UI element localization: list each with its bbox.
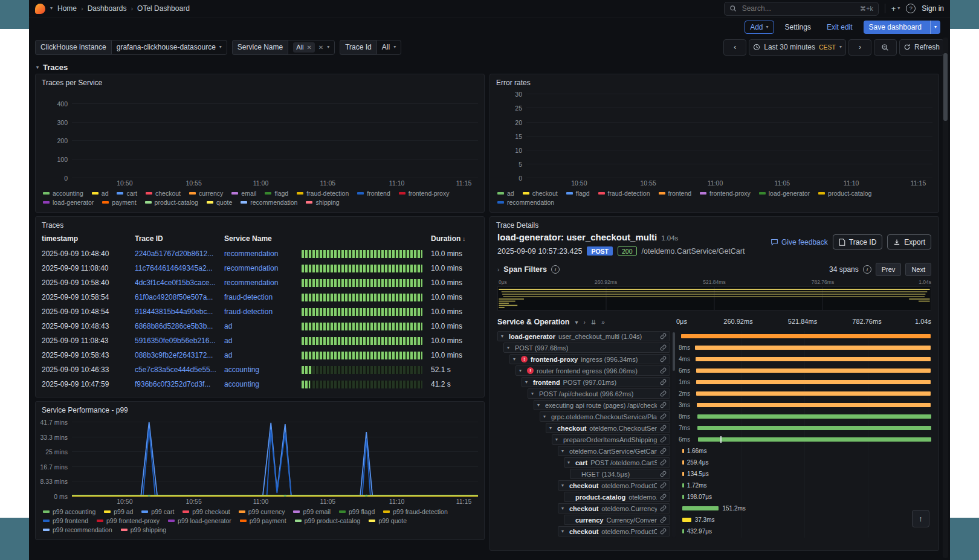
expand-one-icon[interactable]: ›	[584, 319, 586, 326]
col-service-name[interactable]: Service Name	[224, 234, 298, 243]
chevron-down-icon[interactable]: ▾	[543, 414, 548, 419]
chevron-down-icon[interactable]: ▾	[567, 460, 572, 465]
trace-minimap[interactable]	[497, 286, 931, 311]
span-bar-row[interactable]: 134.5μs	[677, 469, 931, 479]
trace-id-link[interactable]: c5e7c83a5ce444d5e55...	[135, 365, 221, 374]
link-icon[interactable]	[660, 402, 667, 408]
legend-item[interactable]: p99 product-catalog	[295, 517, 361, 524]
legend-item[interactable]: p99 currency	[239, 508, 285, 515]
trace-id-link[interactable]: 088b3c9fb2ef2643172...	[135, 351, 221, 359]
span-bar-row[interactable]: 2ms	[677, 388, 931, 399]
span-row[interactable]: ▾load-generatoruser_checkout_multi (1.04…	[497, 331, 670, 341]
table-row[interactable]: 2025-09-09 10:58:43088b3c9fb2ef2643172..…	[42, 348, 478, 362]
legend-item[interactable]: ad	[92, 190, 109, 197]
clear-icon[interactable]: ✕	[318, 44, 323, 51]
span-bar-row[interactable]: 8ms	[677, 411, 931, 422]
scroll-to-top-button[interactable]: ↑	[912, 510, 929, 527]
chevron-down-icon[interactable]: ▾	[501, 333, 506, 339]
span-bar-row[interactable]: 6ms	[677, 365, 931, 376]
help-icon[interactable]: ?	[906, 4, 916, 13]
table-row[interactable]: 2025-09-09 10:48:402240a51767d20b8612...…	[42, 246, 478, 261]
service-name-link[interactable]: ad	[224, 336, 298, 345]
service-name-link[interactable]: recommendation	[224, 264, 298, 272]
legend-item[interactable]: load-generator	[43, 199, 94, 206]
remove-icon[interactable]: ✕	[306, 44, 311, 51]
col-trace-id[interactable]: Trace ID	[135, 234, 221, 243]
legend-item[interactable]: p99 load-generator	[168, 517, 231, 524]
span-bar-row[interactable]: 432.97μs	[677, 526, 931, 536]
span-row[interactable]: ▾oteldemo.CartService/GetCart (1.66ms)	[558, 446, 670, 456]
grafana-logo-icon[interactable]	[35, 4, 45, 14]
trace-id-link[interactable]: 61f0ac49208f50e507a...	[135, 293, 221, 301]
link-icon[interactable]	[660, 494, 667, 500]
link-icon[interactable]	[660, 333, 667, 340]
trace-id-link[interactable]: 918443815b44a90ebc...	[135, 307, 221, 316]
link-icon[interactable]	[660, 367, 667, 374]
table-row[interactable]: 2025-09-09 10:48:54918443815b44a90ebc...…	[42, 304, 478, 319]
collapse-one-icon[interactable]: ▾	[575, 319, 578, 326]
panel-title[interactable]: Traces	[36, 217, 484, 231]
next-span-button[interactable]: Next	[905, 263, 931, 276]
zoom-out-button[interactable]	[874, 39, 897, 56]
chevron-down-icon[interactable]: ▾	[50, 6, 53, 11]
page-scrollbar[interactable]	[943, 37, 948, 558]
sign-in-link[interactable]: Sign in	[922, 4, 944, 13]
legend-item[interactable]: p99 accounting	[43, 508, 95, 515]
legend-item[interactable]: p99 flagd	[339, 508, 375, 515]
time-shift-forward-button[interactable]: ›	[848, 39, 871, 56]
service-name-chip[interactable]: All✕	[293, 42, 315, 53]
add-panel-button[interactable]: Add▾	[745, 21, 774, 34]
legend-item[interactable]: shipping	[306, 199, 339, 206]
legend-item[interactable]: fraud-detection	[598, 190, 650, 197]
col-duration[interactable]: Duration↓	[431, 234, 478, 243]
chevron-down-icon[interactable]: ▾	[507, 345, 512, 350]
chevron-right-icon[interactable]: ›	[497, 266, 499, 273]
legend-item[interactable]: payment	[102, 199, 136, 206]
service-name-link[interactable]: recommendation	[224, 249, 298, 258]
span-bar-row[interactable]: 198.07μs	[677, 492, 931, 502]
panel-title[interactable]: Service Performance - p99	[36, 402, 484, 416]
span-row[interactable]: ▾checkoutoteldemo.ProductCatalogServ	[558, 480, 670, 491]
breadcrumb-home[interactable]: Home	[57, 4, 77, 13]
span-bar-row[interactable]: 1.72ms	[677, 480, 931, 491]
span-row[interactable]: ▾frontendPOST (997.01ms)	[522, 377, 670, 387]
legend-item[interactable]: p99 payment	[240, 517, 286, 524]
service-name-link[interactable]: ad	[224, 351, 298, 359]
chevron-down-icon[interactable]: ▾	[537, 402, 542, 408]
chevron-down-icon[interactable]: ▾	[561, 448, 566, 454]
trace-id-link[interactable]: 6868b86d5286ce5b3b...	[135, 322, 221, 330]
chevron-down-icon[interactable]: ▾	[525, 379, 530, 385]
legend-item[interactable]: currency	[189, 190, 223, 197]
span-bar-row[interactable]: 1ms	[677, 377, 931, 387]
trace-id-link[interactable]: 2240a51767d20b8612...	[135, 249, 221, 258]
scrollbar-thumb[interactable]	[943, 53, 948, 121]
legend-item[interactable]: p99 frontend	[43, 517, 88, 524]
legend-item[interactable]: recommendation	[241, 199, 297, 206]
span-row[interactable]: HGET (134.5μs)	[570, 469, 670, 479]
legend-item[interactable]: frontend	[357, 190, 390, 197]
span-bar-row[interactable]: 7ms	[677, 423, 931, 433]
span-row[interactable]: currencyCurrency/Convert (37.3ms)	[564, 515, 670, 525]
legend-item[interactable]: checkout	[146, 190, 181, 197]
link-icon[interactable]	[660, 482, 667, 489]
collapse-all-icon[interactable]: ⇊	[591, 319, 596, 326]
table-row[interactable]: 2025-09-09 11:08:435916350fe09b56eb216..…	[42, 333, 478, 348]
span-filters-toggle[interactable]: Span Filters	[503, 265, 547, 274]
breadcrumb-dashboards[interactable]: Dashboards	[88, 4, 127, 13]
span-bar-row[interactable]: 3ms	[677, 400, 931, 410]
link-icon[interactable]	[660, 471, 667, 477]
legend-item[interactable]: p99 shipping	[121, 526, 167, 533]
settings-button[interactable]: Settings	[780, 21, 816, 34]
trace-id-filter[interactable]: Trace Id All▾	[340, 40, 401, 55]
prev-span-button[interactable]: Prev	[876, 263, 902, 276]
span-bar-row[interactable]	[677, 331, 931, 341]
span-row[interactable]: ▾cartPOST /oteldemo.CartService/Ge	[564, 457, 670, 468]
legend-item[interactable]: p99 recommendation	[43, 526, 112, 533]
chevron-down-icon[interactable]: ▾	[531, 391, 536, 396]
search-input[interactable]	[741, 4, 856, 13]
legend-item[interactable]: product-catalog	[818, 190, 871, 197]
link-icon[interactable]	[660, 344, 667, 351]
time-shift-back-button[interactable]: ‹	[723, 39, 746, 56]
span-bar-row[interactable]: 4ms	[677, 354, 931, 364]
panel-title[interactable]: Trace Details	[490, 217, 939, 231]
